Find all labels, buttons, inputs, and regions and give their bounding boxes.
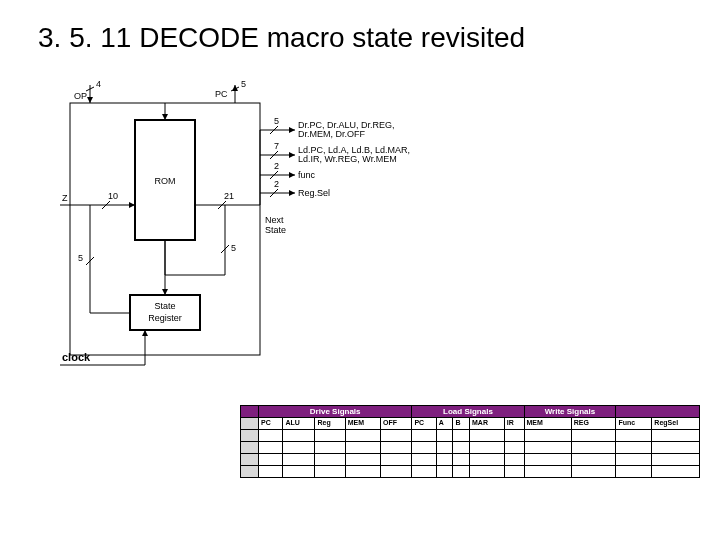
slash-4: 4 — [96, 79, 101, 89]
table-subheader-row: PC ALU Reg MEM OFF PC A B MAR IR MEM REG… — [241, 418, 700, 430]
slash-2b: 2 — [274, 179, 279, 189]
table-header-row: Drive Signals Load Signals Write Signals — [241, 406, 700, 418]
svg-text:5: 5 — [78, 253, 83, 263]
table-row — [241, 442, 700, 454]
ld-group-2: Ld.IR, Wr.REG, Wr.MEM — [298, 154, 397, 164]
slash-21: 21 — [224, 191, 234, 201]
table-row — [241, 454, 700, 466]
slash-5a: 5 — [241, 79, 246, 89]
write-signals-header: Write Signals — [524, 406, 616, 418]
svg-marker-21 — [289, 152, 295, 158]
op-label: OP — [74, 91, 87, 101]
func-label: func — [298, 170, 316, 180]
next-state-1: Next — [265, 215, 284, 225]
slash-2a: 2 — [274, 161, 279, 171]
state-register-label-1: State — [154, 301, 175, 311]
pc-label: PC — [215, 89, 228, 99]
slash-10: 10 — [108, 191, 118, 201]
load-signals-header: Load Signals — [412, 406, 524, 418]
signals-table: Drive Signals Load Signals Write Signals… — [240, 405, 700, 478]
svg-marker-24 — [289, 172, 295, 178]
page-title: 3. 5. 11 DECODE macro state revisited — [38, 22, 525, 54]
next-state-2: State — [265, 225, 286, 235]
slash-5b: 5 — [231, 243, 236, 253]
svg-marker-18 — [289, 127, 295, 133]
drive-signals-header: Drive Signals — [259, 406, 412, 418]
slash-5c: 5 — [274, 116, 279, 126]
dr-group-2: Dr.MEM, Dr.OFF — [298, 129, 365, 139]
svg-marker-27 — [289, 190, 295, 196]
regsel-label: Reg.Sel — [298, 188, 330, 198]
state-register-label-2: Register — [148, 313, 182, 323]
svg-marker-5 — [87, 97, 93, 103]
slash-7: 7 — [274, 141, 279, 151]
table-row — [241, 430, 700, 442]
z-label: Z — [62, 193, 68, 203]
rom-label: ROM — [155, 176, 176, 186]
clock-label: clock — [62, 351, 91, 363]
table-row — [241, 466, 700, 478]
architecture-diagram: ROM State Register 4 OP Z 10 21 5 5 Dr.P… — [60, 75, 420, 375]
